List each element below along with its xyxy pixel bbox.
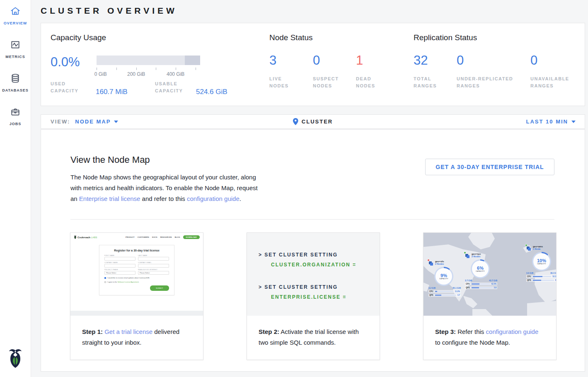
cluster-summary-card: Capacity Usage 0.0% 0 GiB 200 GiB 400 Gi… <box>41 23 585 106</box>
divider <box>70 219 554 220</box>
replication-status-section: Replication Status 32 TOTAL RANGES 0 UND… <box>414 33 584 89</box>
capacity-bar-reserved-segment <box>185 56 200 65</box>
live-nodes-stat: 3 LIVE NODES <box>269 53 313 89</box>
sidebar-item-jobs[interactable]: JOBS <box>10 106 22 126</box>
capacity-donut: 6% CAPACITY <box>471 259 490 278</box>
main-content: CLUSTER OVERVIEW Capacity Usage 0.0% 0 G… <box>31 0 588 377</box>
databases-icon <box>10 73 21 85</box>
page-title: CLUSTER OVERVIEW <box>41 6 177 16</box>
live-nodes-label: LIVE NODES <box>269 75 298 89</box>
mini-checkbox-updates <box>104 277 106 279</box>
view-label: VIEW: <box>51 118 70 125</box>
node-status-title: Node Status <box>269 33 399 42</box>
step-1-card: Cockroach LABS PRODUCT CUSTOMERS DOCS RE… <box>70 232 203 360</box>
node-group-icon <box>428 260 433 265</box>
sidebar-item-label: DATABASES <box>2 88 29 92</box>
sidebar-item-label: JOBS <box>10 122 22 126</box>
sql-line: > SET CLUSTER SETTING <box>247 250 380 260</box>
node-map-panel: View the Node Map The Node Map shows the… <box>41 129 585 372</box>
capacity-axis-tick: 400 GiB <box>167 71 184 77</box>
mini-nav-blog: BLOG <box>175 236 180 238</box>
cockroachdb-logo <box>7 349 24 371</box>
total-ranges-stat: 32 TOTAL RANGES <box>414 53 457 89</box>
step-2-caption: Step 2: Activate the trial license with … <box>247 316 380 348</box>
mini-project-phase-select: Please Select <box>104 271 136 275</box>
node-status-section: Node Status 3 LIVE NODES 0 SUSPECT NODES… <box>269 33 399 89</box>
live-nodes-value: 3 <box>269 53 313 68</box>
mini-submit-button: SUBMIT <box>150 285 169 291</box>
view-selector-dropdown[interactable]: NODE MAP <box>75 118 118 125</box>
step-3-caption: Step 3: Refer this configuration guide t… <box>423 316 556 348</box>
usable-capacity-value: 524.6 GiB <box>196 88 227 96</box>
trial-registration-form: Register for a 30-day trial license FIRS… <box>99 245 174 295</box>
time-range-dropdown[interactable]: LAST 10 MIN <box>526 118 585 125</box>
locality-nyc: geo=nyc 2 Nodes 6% CAPACITY 3.7 GiB43.7 … <box>465 253 506 289</box>
enterprise-trial-button[interactable]: GET A 30-DAY ENTERPRISE TRIAL <box>425 159 554 175</box>
suspect-nodes-stat: 0 SUSPECT NODES <box>313 53 356 89</box>
unavailable-ranges-stat: 0 UNAVAILABLE RANGES <box>530 53 584 89</box>
configuration-guide-link[interactable]: configuration guide <box>187 195 240 202</box>
mini-download-button: DOWNLOAD <box>183 235 200 239</box>
breadcrumb-cluster: CLUSTER <box>293 118 333 125</box>
mini-nav-docs: DOCS <box>152 236 157 238</box>
under-replicated-ranges-value: 0 <box>457 53 530 68</box>
step-3-card: geo=sfo 2 Nodes 9% CAPACITY 3.2 GiB35.1 … <box>423 232 557 360</box>
mini-company-email-input <box>138 264 169 268</box>
step-2-card: > SET CLUSTER SETTING CLUSTER.ORGANIZATI… <box>247 232 380 360</box>
trial-license-screenshot: Cockroach LABS PRODUCT CUSTOMERS DOCS RE… <box>70 233 203 316</box>
mini-form-title: Register for a 30-day trial license <box>104 249 169 252</box>
sql-line: ENTERPRISE.LICENSE = <box>247 292 380 302</box>
view-bar: VIEW: NODE MAP CLUSTER LAST 10 MIN <box>41 114 585 129</box>
capacity-usage-title: Capacity Usage <box>51 33 200 42</box>
chevron-down-icon <box>571 121 576 123</box>
jobs-icon <box>10 106 21 119</box>
get-trial-license-link[interactable]: Get a trial license <box>104 328 152 335</box>
node-map-description: The Node Map shows the geographical layo… <box>70 172 262 204</box>
status-live-icon <box>525 244 528 247</box>
enterprise-trial-license-link[interactable]: Enterprise trial license <box>79 195 140 202</box>
suspect-nodes-value: 0 <box>313 53 356 68</box>
mini-checkbox-license <box>104 281 106 283</box>
sidebar-item-databases[interactable]: DATABASES <box>2 73 29 92</box>
node-map-preview: geo=sfo 2 Nodes 9% CAPACITY 3.2 GiB35.1 … <box>423 233 556 316</box>
locality-sfo: geo=sfo 2 Nodes 9% CAPACITY 3.2 GiB35.1 … <box>428 260 470 297</box>
cockroach-labs-logo: Cockroach LABS <box>74 235 97 239</box>
sql-commands-block: > SET CLUSTER SETTING CLUSTER.ORGANIZATI… <box>247 233 380 316</box>
home-icon <box>10 6 21 18</box>
sidebar: OVERVIEW METRICS DATABASES <box>0 0 31 377</box>
node-group-icon <box>465 253 470 258</box>
sql-line: CLUSTER.ORGANIZATION = <box>247 260 380 270</box>
sidebar-item-label: OVERVIEW <box>4 21 27 25</box>
sidebar-item-overview[interactable]: OVERVIEW <box>4 6 27 25</box>
status-live-icon <box>464 251 466 254</box>
capacity-axis-tick: 0 GiB <box>94 71 107 77</box>
mini-reason-select: Please Select <box>138 271 169 275</box>
configuration-guide-link[interactable]: configuration guide <box>486 328 539 335</box>
capacity-donut: 9% CAPACITY <box>434 267 453 286</box>
replication-status-title: Replication Status <box>414 33 584 42</box>
dead-nodes-stat: 1 DEAD NODES <box>356 53 399 89</box>
under-replicated-ranges-stat: 0 UNDER-REPLICATED RANGES <box>457 53 530 89</box>
mini-company-name-input <box>104 264 136 268</box>
capacity-usage-section: Capacity Usage 0.0% 0 GiB 200 GiB 400 Gi… <box>51 33 200 70</box>
map-pin-icon <box>293 118 298 125</box>
mini-first-name-input <box>104 257 136 261</box>
suspect-nodes-label: SUSPECT NODES <box>313 75 344 89</box>
sidebar-item-label: METRICS <box>5 55 25 59</box>
capacity-donut: 10% CAPACITY <box>532 252 551 271</box>
metrics-icon <box>10 39 21 52</box>
mini-nav-customers: CUSTOMERS <box>138 236 149 238</box>
mini-last-name-input <box>138 257 169 261</box>
capacity-bar: 0 GiB 200 GiB 400 GiB <box>97 56 200 70</box>
node-group-icon <box>526 245 531 250</box>
locality-ams: geo=ams 1 Node 10% CAPACITY 3.6 GiB36.4 … <box>526 245 556 282</box>
total-ranges-value: 32 <box>414 53 457 68</box>
step-1-caption: Step 1: Get a trial license delivered st… <box>70 316 203 348</box>
mini-nav-product: PRODUCT <box>126 236 135 238</box>
dead-nodes-label: DEAD NODES <box>356 75 381 89</box>
sidebar-item-metrics[interactable]: METRICS <box>5 39 25 59</box>
capacity-used-percent: 0.0% <box>51 55 80 70</box>
sql-line: > SET CLUSTER SETTING <box>247 282 380 292</box>
total-ranges-label: TOTAL RANGES <box>414 75 440 89</box>
used-capacity-value: 160.7 MiB <box>96 88 128 96</box>
